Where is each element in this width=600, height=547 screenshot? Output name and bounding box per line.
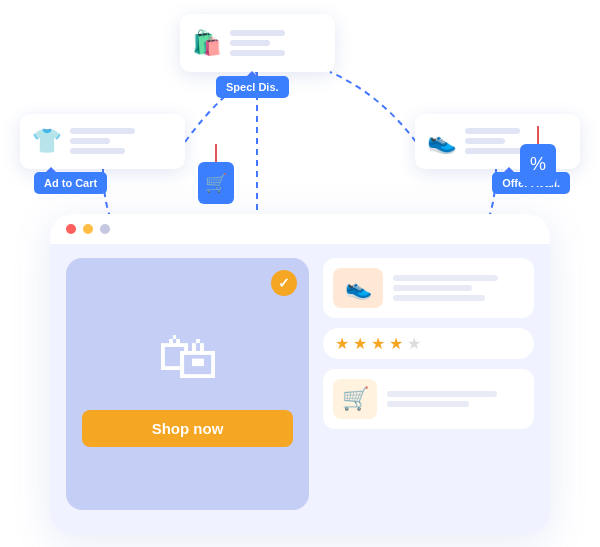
product-info-card: 👟 (323, 258, 534, 318)
product-line-2 (393, 285, 472, 291)
top-center-card: 🛍️ (180, 14, 335, 72)
bag-icon-large: 🛍 (157, 321, 219, 392)
cart-line-2 (387, 401, 469, 407)
shoe-thumb-icon: 👟 (345, 275, 372, 301)
right-card-line-2 (465, 138, 505, 144)
bags-icon: 🛍️ (192, 29, 222, 57)
card-line-3 (230, 50, 285, 56)
card-line-1 (230, 30, 285, 36)
window-dot-red (66, 224, 76, 234)
left-card: 👕 (20, 114, 185, 169)
checkmark-icon: ✓ (278, 275, 290, 291)
shoe-icon: 👟 (427, 127, 457, 155)
browser-content: ✓ 🛍 Shop now 👟 (50, 244, 550, 524)
right-card-line-1 (465, 128, 520, 134)
cart-thumb-icon: 🛒 (342, 386, 369, 412)
cart-info-lines (387, 391, 524, 407)
main-scene: 🛍️ Specl Dis. 👕 Ad to Cart 👟 Offer Avail… (20, 14, 580, 534)
right-panel: 👟 ★ ★ ★ ★ ★ (323, 258, 534, 510)
card-content-lines (230, 30, 285, 56)
left-card-line-2 (70, 138, 110, 144)
special-discount-badge: Specl Dis. (216, 76, 289, 98)
cart-line-1 (387, 391, 497, 397)
add-to-cart-badge: Ad to Cart (34, 172, 107, 194)
browser-window: ✓ 🛍 Shop now 👟 (50, 214, 550, 534)
main-product-panel: ✓ 🛍 Shop now (66, 258, 309, 510)
percent-hang-tag: % (520, 144, 556, 186)
checkmark-badge: ✓ (271, 270, 297, 296)
cart-tag-string (215, 144, 217, 162)
cart-hang-tag: 🛒 (198, 162, 234, 204)
star-1: ★ (335, 334, 349, 353)
percent-tag-icon: % (530, 154, 546, 175)
shirt-icon: 👕 (32, 127, 62, 155)
shop-now-button[interactable]: Shop now (82, 410, 293, 447)
star-3: ★ (371, 334, 385, 353)
star-5: ★ (407, 334, 421, 353)
left-card-lines (70, 128, 135, 154)
cart-tag-icon: 🛒 (205, 172, 227, 194)
browser-titlebar (50, 214, 550, 244)
product-line-3 (393, 295, 485, 301)
product-thumbnail: 👟 (333, 268, 383, 308)
window-dot-yellow (83, 224, 93, 234)
left-card-line-3 (70, 148, 125, 154)
cart-info-card: 🛒 (323, 369, 534, 429)
star-2: ★ (353, 334, 367, 353)
left-card-line-1 (70, 128, 135, 134)
cart-tag-body: 🛒 (198, 162, 234, 204)
percent-tag-body: % (520, 144, 556, 186)
card-line-2 (230, 40, 270, 46)
product-line-1 (393, 275, 498, 281)
window-dot-gray (100, 224, 110, 234)
product-info-lines (393, 275, 524, 301)
rating-row: ★ ★ ★ ★ ★ (323, 328, 534, 359)
percent-tag-string (537, 126, 539, 144)
star-4: ★ (389, 334, 403, 353)
cart-thumbnail: 🛒 (333, 379, 377, 419)
